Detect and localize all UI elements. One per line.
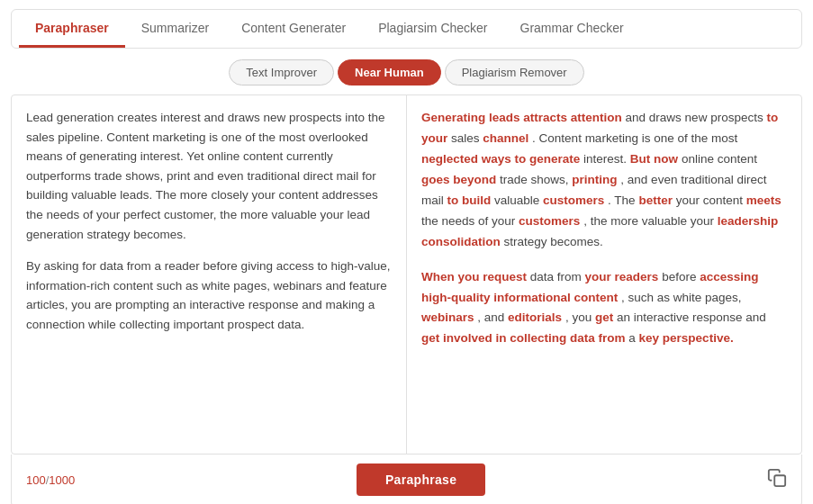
right-panel: Generating leads attracts attention and … xyxy=(407,95,801,454)
rp1-span-12: trade shows, xyxy=(500,173,572,186)
rp1-span-11: goes beyond xyxy=(421,173,496,186)
right-paragraph-1: Generating leads attracts attention and … xyxy=(421,108,787,253)
rp2-span-6: , such as white pages, xyxy=(621,291,742,304)
bottom-bar: 100/1000 Paraphrase xyxy=(11,454,802,504)
rp1-span-1: Generating leads attracts attention xyxy=(421,111,622,124)
rp1-span-4: sales xyxy=(451,131,483,145)
left-panel: Lead generation creates interest and dra… xyxy=(12,95,407,454)
rp1-span-20: your content xyxy=(676,194,746,207)
rp1-span-7: neglected ways to generate xyxy=(421,152,580,166)
mode-tabs: Text Improver Near Human Plagiarism Remo… xyxy=(11,59,802,86)
rp1-span-26: strategy becomes. xyxy=(504,235,603,248)
top-nav: Paraphraser Summarizer Content Generater… xyxy=(11,9,802,49)
left-paragraph-1: Lead generation creates interest and dra… xyxy=(26,108,392,244)
nav-paraphraser[interactable]: Paraphraser xyxy=(19,10,125,48)
nav-grammar-checker[interactable]: Grammar Checker xyxy=(504,10,640,48)
rp2-span-9: editorials xyxy=(508,310,562,324)
right-paragraph-2: When you request data from your readers … xyxy=(421,267,787,350)
rp2-span-15: key perspective. xyxy=(639,331,734,345)
rp2-span-1: When you request xyxy=(421,270,527,284)
rp1-span-19: better xyxy=(638,194,673,207)
rp2-span-13: get involved in collecting data from xyxy=(421,331,626,345)
rp1-span-2: and draws new prospects xyxy=(626,111,767,124)
nav-summarizer[interactable]: Summarizer xyxy=(125,10,225,48)
rp2-span-10: , you xyxy=(565,310,595,324)
rp1-span-23: customers xyxy=(519,214,580,228)
rp1-span-9: But now xyxy=(630,152,678,166)
rp1-span-22: the needs of your xyxy=(421,214,519,228)
rp2-span-14: a xyxy=(628,331,638,345)
nav-content-generater[interactable]: Content Generater xyxy=(225,10,362,48)
mode-tab-plagiarism-remover[interactable]: Plagiarism Remover xyxy=(445,59,584,86)
word-count-max: 1000 xyxy=(49,473,75,487)
rp1-span-5: channel xyxy=(483,131,528,145)
paraphrase-button[interactable]: Paraphrase xyxy=(357,464,485,496)
left-paragraph-2: By asking for data from a reader before … xyxy=(26,256,392,334)
rp1-span-6: . Content marketing is one of the most xyxy=(532,131,737,145)
nav-plagiarism-checker[interactable]: Plagiarsim Checker xyxy=(362,10,503,48)
rp1-span-16: valuable xyxy=(494,194,543,207)
rp1-span-8: interest. xyxy=(583,152,630,166)
rp1-span-15: to build xyxy=(447,194,492,207)
svg-rect-0 xyxy=(774,475,785,486)
rp1-span-24: , the more valuable your xyxy=(583,214,718,228)
rp1-span-13: printing xyxy=(572,173,617,186)
mode-tab-near-human[interactable]: Near Human xyxy=(338,59,441,86)
content-area: Lead generation creates interest and dra… xyxy=(11,94,802,454)
rp1-span-10: online content xyxy=(682,152,757,166)
rp1-span-18: . The xyxy=(608,194,638,207)
rp1-span-17: customers xyxy=(543,194,604,207)
rp1-span-21: meets xyxy=(746,194,781,207)
word-count: 100/1000 xyxy=(26,473,75,487)
rp2-span-3: your readers xyxy=(585,270,659,284)
mode-tab-text-improver[interactable]: Text Improver xyxy=(229,59,334,86)
word-count-current: 100 xyxy=(26,473,46,487)
rp2-span-2: data from xyxy=(530,270,585,284)
rp2-span-12: an interactive response and xyxy=(617,310,766,324)
rp2-span-11: get xyxy=(595,310,613,324)
rp2-span-8: , and xyxy=(477,310,508,324)
copy-icon[interactable] xyxy=(767,468,787,492)
rp2-span-7: webinars xyxy=(421,310,474,324)
rp2-span-4: before xyxy=(662,270,700,284)
